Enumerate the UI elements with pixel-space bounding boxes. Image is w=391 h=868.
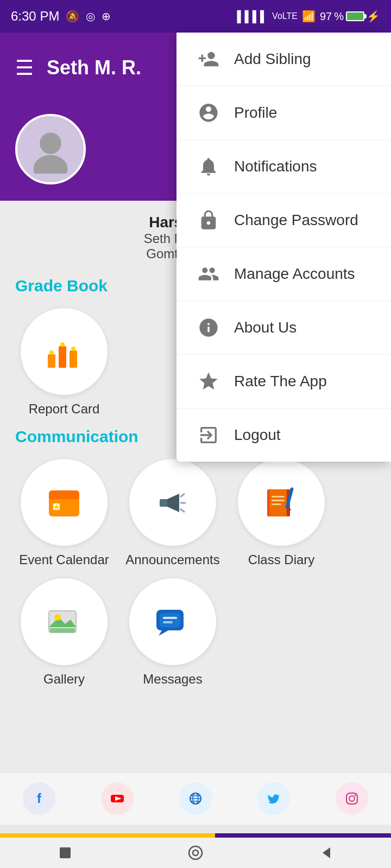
- svg-marker-54: [323, 847, 330, 858]
- menu-item-logout[interactable]: Logout: [176, 409, 391, 462]
- menu-item-rate-the-app[interactable]: Rate The App: [176, 355, 391, 409]
- info-icon: [196, 315, 221, 340]
- communication-grid-row2: Gallery Messages: [15, 578, 376, 687]
- twitter-icon[interactable]: [257, 782, 290, 815]
- svg-marker-31: [159, 630, 168, 636]
- status-bar: 6:30 PM 🔕 ◎ ⊕ ▌▌▌▌ VoLTE 📶 97% ⚡: [0, 0, 391, 33]
- messages-circle: [129, 578, 216, 665]
- nav-back-button[interactable]: [313, 840, 339, 866]
- profile-label: Profile: [234, 104, 277, 122]
- signal-icon: ▌▌▌▌: [237, 10, 268, 23]
- svg-point-1: [34, 155, 68, 174]
- announcements-circle: [129, 459, 216, 546]
- youtube-icon[interactable]: [101, 782, 134, 815]
- avatar: [15, 114, 86, 184]
- gallery-circle: [21, 578, 108, 665]
- svg-point-28: [54, 614, 61, 621]
- svg-rect-14: [160, 499, 167, 507]
- change-password-label: Change Password: [234, 212, 358, 229]
- svg-rect-32: [160, 613, 180, 627]
- svg-point-7: [71, 347, 75, 351]
- svg-rect-51: [60, 847, 71, 858]
- svg-rect-34: [163, 621, 173, 623]
- menu-item-notifications[interactable]: Notifications: [176, 140, 391, 194]
- status-right: ▌▌▌▌ VoLTE 📶 97% ⚡: [237, 10, 380, 23]
- svg-point-52: [189, 846, 202, 859]
- notifications-label: Notifications: [234, 158, 317, 175]
- header-title: Seth M. R.: [47, 56, 141, 79]
- menu-item-manage-accounts[interactable]: Manage Accounts: [176, 247, 391, 301]
- svg-point-53: [193, 850, 198, 856]
- lock-icon: [196, 208, 221, 233]
- messages-label: Messages: [143, 672, 202, 687]
- menu-item-add-sibling[interactable]: Add Sibling: [176, 33, 391, 86]
- event-calendar-label: Event Calendar: [19, 552, 109, 567]
- svg-line-15: [180, 494, 185, 497]
- menu-item-about-us[interactable]: About Us: [176, 301, 391, 355]
- add-sibling-icon: [196, 47, 221, 72]
- announcements-item[interactable]: Announcements: [124, 459, 222, 567]
- class-diary-item[interactable]: Class Diary: [232, 459, 330, 567]
- svg-rect-2: [48, 354, 55, 368]
- svg-rect-29: [50, 628, 75, 633]
- menu-item-change-password[interactable]: Change Password: [176, 194, 391, 247]
- instagram-icon[interactable]: [336, 782, 368, 815]
- event-calendar-circle: [21, 459, 108, 546]
- svg-rect-3: [59, 346, 66, 368]
- announcements-label: Announcements: [125, 552, 219, 567]
- svg-text:f: f: [37, 791, 42, 806]
- star-icon: [196, 369, 221, 394]
- messages-item[interactable]: Messages: [124, 578, 222, 687]
- svg-point-47: [342, 789, 362, 808]
- facebook-icon[interactable]: f: [23, 782, 55, 815]
- gallery-label: Gallery: [43, 672, 85, 687]
- battery-display: 97% ⚡: [320, 10, 380, 23]
- svg-rect-19: [269, 489, 289, 516]
- logout-label: Logout: [234, 426, 281, 444]
- svg-rect-33: [163, 617, 177, 619]
- cast-icon: ⊕: [102, 10, 111, 23]
- nav-stop-button[interactable]: [52, 840, 78, 866]
- hamburger-menu-icon[interactable]: ☰: [15, 56, 34, 80]
- navigation-bar: [0, 838, 391, 868]
- progress-bar-fill: [0, 833, 215, 838]
- manage-accounts-icon: [196, 261, 221, 286]
- status-left: 6:30 PM 🔕 ◎ ⊕: [11, 9, 111, 24]
- event-calendar-item[interactable]: Event Calendar: [15, 459, 113, 567]
- battery-icon: [346, 11, 364, 21]
- mute-icon: 🔕: [66, 10, 79, 23]
- gallery-item[interactable]: Gallery: [15, 578, 113, 687]
- report-card-circle: [21, 308, 108, 395]
- svg-point-50: [355, 795, 356, 796]
- svg-rect-23: [272, 503, 281, 505]
- add-sibling-label: Add Sibling: [234, 50, 311, 68]
- report-card-item[interactable]: Report Card: [15, 308, 113, 417]
- menu-item-profile[interactable]: Profile: [176, 86, 391, 140]
- profile-icon: [196, 100, 221, 125]
- svg-point-5: [49, 350, 54, 355]
- wifi-icon: 📶: [302, 10, 316, 23]
- about-us-label: About Us: [234, 319, 297, 336]
- notifications-icon: [196, 154, 221, 179]
- communication-grid-row1: Event Calendar Announcements: [15, 459, 376, 567]
- dropdown-menu: Add Sibling Profile Notifications Change…: [176, 33, 391, 462]
- svg-point-0: [40, 132, 61, 154]
- logout-icon: [196, 423, 221, 448]
- manage-accounts-label: Manage Accounts: [234, 265, 355, 283]
- report-card-label: Report Card: [29, 401, 100, 417]
- class-diary-label: Class Diary: [248, 552, 315, 567]
- nav-home-button[interactable]: [182, 840, 209, 866]
- progress-bar: [0, 833, 391, 838]
- volte-icon: VoLTE: [272, 11, 298, 21]
- svg-rect-22: [272, 500, 285, 501]
- svg-rect-21: [272, 496, 285, 497]
- svg-rect-4: [70, 350, 77, 368]
- globe-icon[interactable]: [179, 782, 212, 815]
- svg-point-6: [60, 342, 65, 347]
- class-diary-circle: [238, 459, 325, 546]
- location-icon: ◎: [86, 10, 95, 23]
- svg-rect-10: [49, 496, 79, 499]
- social-bar: f: [0, 772, 391, 825]
- rate-the-app-label: Rate The App: [234, 373, 327, 390]
- time-display: 6:30 PM: [11, 9, 59, 24]
